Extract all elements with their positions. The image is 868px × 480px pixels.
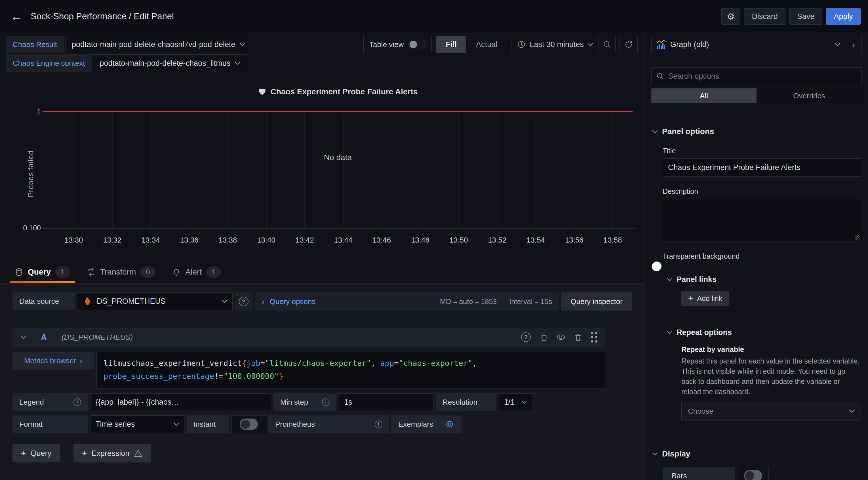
fill-option[interactable]: Fill	[436, 36, 466, 53]
query-options-bar[interactable]: › Query options MD = auto = 1853 Interva…	[255, 293, 559, 311]
variable-value-dropdown[interactable]: podtato-main-pod-delete-chaosnl7vd-pod-d…	[65, 36, 252, 53]
back-arrow-icon[interactable]: ←	[10, 10, 23, 23]
resolution-select[interactable]: 1/1	[499, 393, 532, 411]
resize-handle[interactable]	[855, 235, 860, 240]
y-tick-0100: 0.100	[7, 224, 41, 232]
tab-all[interactable]: All	[651, 89, 756, 103]
tab-transform[interactable]: Transform 0	[79, 261, 164, 283]
tab-overrides[interactable]: Overrides	[756, 89, 862, 103]
panel-options-section: Panel options Title Description Transpar…	[645, 127, 868, 428]
format-options-row: Format Time series Instant Prometheus i …	[12, 415, 605, 433]
promql-expression-input[interactable]: litmuschaos_experiment_verdict{job="litm…	[96, 352, 605, 389]
eye-icon[interactable]	[556, 333, 565, 341]
variable-chaos-engine-context: Chaos Engine context podtato-main-pod-de…	[6, 55, 252, 72]
chevron-down-icon	[221, 300, 227, 303]
query-options-summary: MD = auto = 1853 Interval = 15s	[440, 298, 552, 306]
angle-right-icon: ›	[261, 297, 265, 306]
gear-icon: ⚙	[727, 11, 735, 22]
prometheus-type-box: Prometheus i	[268, 415, 389, 433]
bars-toggle[interactable]	[744, 470, 762, 480]
panel-links-header[interactable]: Panel links	[667, 275, 868, 284]
metrics-browser-button[interactable]: Metrics browser ›	[12, 352, 94, 370]
add-link-label: Add link	[697, 295, 722, 303]
datasource-picker[interactable]: DS_PROMETHEUS	[77, 293, 232, 310]
panel-options-sidebar: Graph (old) › All Overrides Panel option…	[645, 33, 868, 480]
repeat-options-header[interactable]: Repeat options	[667, 328, 868, 337]
info-icon: i	[375, 420, 382, 428]
trash-icon[interactable]	[574, 333, 582, 341]
section-title: Panel options	[662, 127, 714, 136]
instant-toggle[interactable]	[240, 418, 258, 430]
panel-settings-button[interactable]: ⚙	[721, 8, 740, 25]
panel-options-header[interactable]: Panel options	[652, 127, 868, 136]
duplicate-icon[interactable]	[539, 333, 548, 341]
info-icon: i	[73, 399, 81, 406]
actual-option[interactable]: Actual	[466, 36, 507, 53]
variable-value: podtato-main-pod-delete-chaos_litmus	[99, 59, 230, 68]
drag-handle[interactable]	[591, 332, 597, 343]
time-range-label: Last 30 minutes	[530, 40, 584, 49]
repeat-variable-select[interactable]: Choose	[681, 402, 861, 420]
variable-value-dropdown[interactable]: podtato-main-pod-delete-chaos_litmus	[93, 55, 247, 72]
chevron-down-icon	[522, 401, 527, 404]
expand-viz-picker-button[interactable]: ›	[845, 36, 862, 53]
add-expression-button[interactable]: + Expression	[73, 444, 151, 462]
add-query-button[interactable]: + Query	[12, 444, 60, 462]
table-view-toggle[interactable]	[408, 40, 426, 49]
add-link-button[interactable]: + Add link	[681, 291, 729, 306]
zoom-out-time-button[interactable]	[599, 36, 615, 53]
panel-links-body: + Add link	[669, 288, 868, 313]
exemplars-box: Exemplars	[392, 415, 461, 433]
query-inspector-button[interactable]: Query inspector	[561, 293, 632, 311]
panel-title-input[interactable]	[668, 163, 856, 172]
chevron-down-icon	[667, 331, 672, 334]
format-value: Time series	[96, 420, 135, 429]
x-tick-label: 13:50	[439, 236, 478, 244]
gridline	[420, 113, 421, 228]
description-textarea[interactable]	[668, 203, 856, 238]
query-help-icon[interactable]: ?	[521, 332, 531, 342]
toggle-knob	[410, 41, 417, 48]
database-icon	[15, 268, 23, 276]
datasource-row: Data source DS_PROMETHEUS ? › Query opti…	[12, 293, 632, 311]
visualization-select[interactable]: Graph (old)	[652, 36, 845, 53]
help-icon: ?	[239, 297, 248, 306]
x-tick-label: 13:40	[247, 236, 286, 244]
exemplars-icon[interactable]	[445, 420, 454, 428]
min-step-field[interactable]	[339, 393, 433, 411]
panel-title-field[interactable]	[663, 159, 861, 176]
plot-area[interactable]: 13:3013:3213:3413:3613:3813:4013:4213:44…	[43, 112, 632, 228]
fill-actual-switch: Fill Actual	[436, 36, 507, 53]
discard-button[interactable]: Discard	[744, 8, 785, 25]
apply-button[interactable]: Apply	[826, 8, 861, 25]
legend-format-input[interactable]	[96, 398, 266, 407]
info-icon: i	[322, 399, 330, 406]
options-search-input[interactable]	[668, 72, 857, 81]
x-tick-label: 13:52	[477, 236, 517, 244]
section-divider	[645, 321, 868, 321]
format-select[interactable]: Time series	[90, 415, 184, 433]
bars-toggle-cell	[738, 467, 769, 480]
warning-triangle-icon	[134, 449, 143, 457]
toggle-knob	[241, 420, 250, 429]
legend-format-field[interactable]	[90, 393, 271, 411]
bars-option-row: Bars	[663, 467, 861, 480]
x-tick-label: 13:54	[516, 236, 556, 244]
save-button[interactable]: Save	[789, 8, 822, 25]
tab-alert[interactable]: Alert 1	[164, 261, 229, 283]
min-step-input[interactable]	[344, 398, 428, 407]
x-axis-line	[43, 228, 636, 229]
x-tick-label: 13:38	[208, 236, 248, 244]
search-icon	[656, 72, 664, 80]
display-header[interactable]: Display	[652, 449, 868, 458]
gridline	[189, 113, 189, 228]
x-tick-label: 13:44	[323, 236, 363, 244]
refresh-button[interactable]	[620, 36, 638, 53]
description-field[interactable]	[663, 199, 861, 241]
variable-value: podtato-main-pod-delete-chaosnl7vd-pod-d…	[72, 40, 235, 49]
datasource-help-button[interactable]: ?	[235, 293, 252, 311]
tab-query[interactable]: Query 1	[6, 261, 79, 283]
query-row-header[interactable]: A (DS_PROMETHEUS) ?	[12, 328, 605, 347]
time-range-button[interactable]: Last 30 minutes	[512, 36, 598, 53]
options-search	[651, 67, 862, 85]
